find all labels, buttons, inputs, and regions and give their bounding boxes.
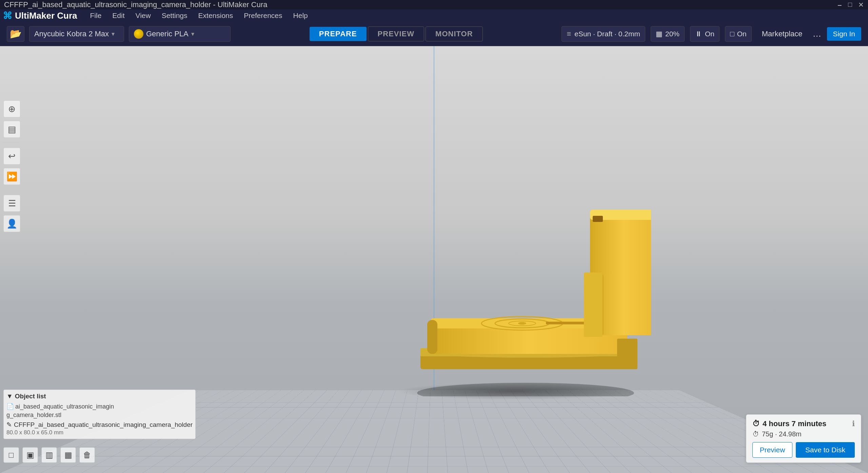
- apps-grid-icon[interactable]: …: [813, 29, 822, 39]
- layers-icon: ▤: [8, 124, 16, 135]
- move-button[interactable]: ▥: [41, 447, 57, 463]
- menu-file[interactable]: File: [85, 10, 106, 21]
- mirror-icon: ▦: [64, 450, 72, 460]
- material-color-icon: [134, 29, 143, 39]
- collapse-icon[interactable]: ▼: [6, 393, 13, 400]
- clock-icon: ⏱: [752, 419, 760, 428]
- menu-bar: ⌘ UltiMaker Cura File Edit View Settings…: [0, 10, 868, 22]
- tab-preview[interactable]: PREVIEW: [368, 26, 424, 41]
- menu-preferences[interactable]: Preferences: [239, 10, 287, 21]
- material-chevron-icon: ▾: [191, 30, 194, 38]
- undo-tool-button[interactable]: ↩: [3, 148, 20, 165]
- infill-icon: ▦: [656, 30, 663, 38]
- toolbar-left: 📂 Anycubic Kobra 2 Max ▾ Generic PLA ▾: [7, 26, 231, 42]
- chevron-down-icon: ▾: [112, 30, 115, 38]
- title-bar: CFFFP_ai_based_aquatic_ultrasonic_imagin…: [0, 0, 868, 10]
- user-tool-button[interactable]: 👤: [3, 215, 20, 232]
- minimize-button[interactable]: ‒: [837, 1, 842, 9]
- object-item-name-1: ai_based_aquatic_ultrasonic_imagin: [15, 403, 114, 410]
- user-icon: 👤: [6, 219, 17, 229]
- left-toolbar: ⊕ ▤ ↩ ⏩ ☰ 👤: [3, 100, 20, 232]
- title-bar-controls: ‒ □ ✕: [837, 1, 864, 9]
- print-info-panel: ⏱ 4 hours 7 minutes ℹ ⏱ 75g · 24.98m Pre…: [746, 414, 861, 463]
- print-actions: Preview Save to Disk: [752, 442, 855, 458]
- material-selector[interactable]: Generic PLA ▾: [129, 26, 231, 42]
- tab-monitor[interactable]: MONITOR: [426, 26, 482, 41]
- object-item-name-2: g_camera_holder.stl: [6, 412, 61, 419]
- printer-name: Anycubic Kobra 2 Max: [34, 30, 109, 38]
- material-weight-label: 75g · 24.98m: [762, 430, 802, 438]
- selected-object-name: CFFFP_ai_based_aquatic_ultrasonic_imagin…: [14, 421, 193, 429]
- save-to-disk-button[interactable]: Save to Disk: [796, 442, 855, 458]
- undo-icon: ↩: [8, 151, 16, 162]
- signin-button[interactable]: Sign In: [827, 27, 861, 41]
- zoom-tool-button[interactable]: ⊕: [3, 100, 20, 117]
- file-icon: 📄: [6, 403, 14, 410]
- mirror-button[interactable]: ▦: [60, 447, 76, 463]
- group-tool-button[interactable]: ☰: [3, 195, 20, 212]
- object-list-item-1[interactable]: 📄 ai_based_aquatic_ultrasonic_imagin: [6, 402, 193, 411]
- object-view-button[interactable]: □: [3, 447, 19, 463]
- main-toolbar: 📂 Anycubic Kobra 2 Max ▾ Generic PLA ▾ P…: [0, 22, 868, 46]
- animate-tool-button[interactable]: ⏩: [3, 168, 20, 185]
- animate-icon: ⏩: [6, 171, 17, 182]
- menu-edit[interactable]: Edit: [107, 10, 129, 21]
- bottom-toolbar: □ ▣ ▥ ▦ 🗑: [3, 447, 95, 463]
- object-list-title: Object list: [15, 393, 46, 400]
- object-view-icon: □: [9, 450, 14, 460]
- move-icon: ▥: [45, 450, 53, 460]
- print-material: ⏱ 75g · 24.98m: [752, 430, 855, 438]
- menu-extensions[interactable]: Extensions: [194, 10, 238, 21]
- 3d-model[interactable]: [380, 186, 651, 396]
- delete-icon: 🗑: [83, 450, 91, 460]
- adhesion-button[interactable]: □ On: [725, 26, 752, 42]
- panel-notch: [593, 216, 603, 222]
- 3d-viewport[interactable]: ⊕ ▤ ↩ ⏩ ☰ 👤 ▼ Object list 📄 ai_based_aqu…: [0, 46, 868, 473]
- menu-help[interactable]: Help: [289, 10, 313, 21]
- print-time-row: ⏱ 4 hours 7 minutes ℹ: [752, 419, 855, 428]
- open-file-button[interactable]: 📂: [7, 26, 24, 42]
- info-icon[interactable]: ℹ: [852, 419, 855, 428]
- maximize-button[interactable]: □: [848, 1, 852, 9]
- window-title: CFFFP_ai_based_aquatic_ultrasonic_imagin…: [4, 0, 268, 9]
- model-shadow-div: [397, 383, 634, 400]
- menu-view[interactable]: View: [131, 10, 156, 21]
- toolbar-separator-2: [3, 190, 20, 190]
- support-label: On: [705, 30, 714, 38]
- copy-icon: ▣: [26, 450, 34, 460]
- adhesion-icon: □: [730, 30, 734, 38]
- app-name: UltiMaker Cura: [15, 11, 77, 21]
- toolbar-right: ≡ eSun · Draft · 0.2mm ▦ 20% ⏸ On □ On M…: [561, 26, 861, 42]
- infill-button[interactable]: ▦ 20%: [651, 26, 685, 42]
- toolbar-separator-1: [3, 143, 20, 143]
- object-list-item-2[interactable]: g_camera_holder.stl: [6, 411, 193, 419]
- object-list-panel: ▼ Object list 📄 ai_based_aquatic_ultraso…: [3, 390, 196, 439]
- settings-label: eSun · Draft · 0.2mm: [574, 30, 640, 38]
- delete-button[interactable]: 🗑: [79, 447, 95, 463]
- selected-object-label: ✎ CFFFP_ai_based_aquatic_ultrasonic_imag…: [6, 421, 193, 429]
- marketplace-button[interactable]: Marketplace: [757, 27, 807, 40]
- connector-post-front: [584, 272, 603, 337]
- print-time-label: 4 hours 7 minutes: [763, 419, 826, 428]
- base-left-edge: [427, 320, 437, 354]
- preview-button[interactable]: Preview: [752, 442, 792, 458]
- support-button[interactable]: ⏸ On: [690, 26, 719, 42]
- settings-icon: ≡: [567, 30, 571, 38]
- tab-prepare[interactable]: PREPARE: [310, 27, 367, 41]
- adhesion-label: On: [737, 30, 747, 38]
- print-settings-button[interactable]: ≡ eSun · Draft · 0.2mm: [561, 26, 645, 42]
- app-logo: ⌘ UltiMaker Cura: [3, 10, 77, 21]
- menu-settings[interactable]: Settings: [157, 10, 192, 21]
- object-list-header: ▼ Object list: [6, 393, 193, 400]
- layers-tool-button[interactable]: ▤: [3, 121, 20, 138]
- edit-icon: ✎: [6, 421, 12, 429]
- close-button[interactable]: ✕: [858, 1, 864, 9]
- circle-center: [518, 322, 526, 325]
- zoom-icon: ⊕: [8, 104, 16, 114]
- copy-button[interactable]: ▣: [22, 447, 38, 463]
- logo-icon: ⌘: [3, 10, 12, 21]
- material-weight-icon: ⏱: [752, 430, 759, 438]
- printer-selector[interactable]: Anycubic Kobra 2 Max ▾: [29, 26, 124, 42]
- model-svg: [380, 186, 651, 396]
- tab-bar: PREPARE PREVIEW MONITOR: [310, 26, 483, 41]
